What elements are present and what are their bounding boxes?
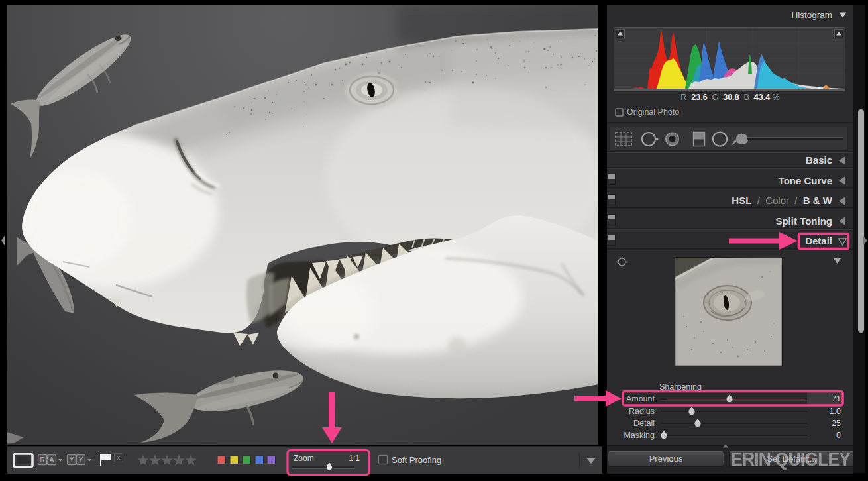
svg-text:71: 71 bbox=[832, 394, 841, 403]
svg-text:Y: Y bbox=[70, 456, 74, 464]
svg-text:Amount: Amount bbox=[626, 394, 655, 403]
svg-text:x: x bbox=[117, 454, 121, 461]
svg-text:R: R bbox=[40, 456, 44, 464]
svg-text:Soft Proofing: Soft Proofing bbox=[392, 455, 441, 465]
svg-text:Radius: Radius bbox=[629, 407, 655, 416]
svg-text:Masking: Masking bbox=[624, 431, 655, 440]
svg-text:A: A bbox=[50, 456, 54, 464]
svg-text:25: 25 bbox=[832, 419, 841, 428]
svg-text:Sharpening: Sharpening bbox=[659, 382, 702, 392]
svg-text:0: 0 bbox=[836, 431, 841, 440]
svg-text:Y: Y bbox=[79, 456, 83, 464]
svg-text:1.0: 1.0 bbox=[830, 407, 841, 416]
svg-text:Zoom: Zoom bbox=[294, 454, 314, 463]
svg-text:1:1: 1:1 bbox=[349, 454, 360, 463]
svg-text:Detail: Detail bbox=[633, 419, 655, 428]
